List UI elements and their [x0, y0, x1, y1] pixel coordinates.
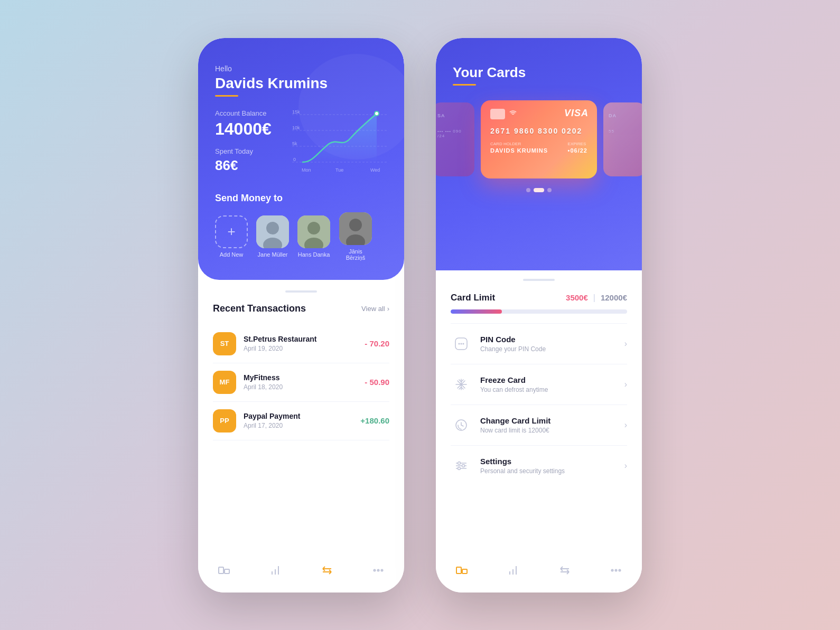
tx-icon-pp: PP: [213, 409, 236, 432]
contact-janis[interactable]: Jānis Bērziņš: [339, 212, 372, 261]
transactions-header: Recent Transactions View all ›: [213, 303, 389, 314]
nav-more-icon[interactable]: [371, 563, 386, 578]
contact-jane[interactable]: Jane Müller: [256, 215, 289, 258]
dot-1: [526, 188, 530, 192]
carousel-dots: [453, 188, 625, 192]
menu-pin-code[interactable]: PIN Code Change your PIN Code ›: [451, 324, 627, 364]
card-chip: [490, 109, 505, 119]
left-phone: Hello Davids Krumins Account Balance 140…: [198, 38, 404, 593]
svg-text:15k: 15k: [292, 109, 300, 115]
card-holder-section: CARD HOLDER DAVIDS KRUMINS: [490, 142, 548, 154]
user-name: Davids Krumins: [215, 75, 387, 92]
right-nav-transfer-icon[interactable]: [557, 563, 572, 578]
tx-date-st: April 19, 2020: [244, 345, 357, 352]
settings-subtitle: Personal and security settings: [480, 467, 616, 475]
card-footer: CARD HOLDER DAVIDS KRUMINS EXPIRES •06/2…: [490, 142, 587, 154]
jane-name: Jane Müller: [258, 251, 288, 258]
add-new-button[interactable]: +: [215, 215, 248, 248]
settings-title: Settings: [480, 457, 616, 466]
left-bottom-nav: [198, 553, 404, 593]
hans-name: Hans Danka: [298, 251, 330, 258]
pin-text: PIN Code Change your PIN Code: [480, 335, 616, 353]
menu-change-limit[interactable]: Change Card Limit Now card limit is 1200…: [451, 405, 627, 446]
right-nav-home-icon[interactable]: [454, 563, 469, 578]
svg-point-48: [612, 569, 613, 571]
svg-point-30: [463, 343, 464, 344]
svg-point-9: [375, 112, 378, 115]
freeze-text: Freeze Card You can defrost anytime: [480, 375, 616, 393]
right-nav-chart-icon[interactable]: [506, 563, 520, 578]
tx-icon-st: ST: [213, 332, 236, 355]
menu-settings[interactable]: Settings Personal and security settings …: [451, 446, 627, 486]
svg-point-25: [378, 569, 379, 571]
card-expires-section: EXPIRES •06/22: [568, 142, 587, 154]
spent-label: Spent Today: [215, 147, 284, 155]
balance-info: Account Balance 14000€ Spent Today 86€: [215, 109, 284, 174]
card-limit-title: Card Limit: [451, 293, 495, 303]
contacts-row: + Add New Jane Müller: [215, 212, 387, 261]
balance-label: Account Balance: [215, 109, 284, 117]
nav-transfer-icon[interactable]: [320, 563, 334, 578]
limit-divider: |: [593, 293, 595, 303]
settings-icon: [451, 455, 472, 476]
menu-freeze-card[interactable]: Freeze Card You can defrost anytime ›: [451, 364, 627, 405]
tx-info-pp: Paypal Payment April 17, 2020: [244, 412, 353, 429]
svg-point-44: [462, 464, 465, 467]
balance-chart: 15k 10k 5k 0: [292, 109, 387, 180]
svg-point-26: [381, 569, 383, 571]
card-holder-name: DAVIDS KRUMINS: [490, 147, 548, 154]
card-expires: •06/22: [568, 147, 587, 154]
limit-icon: [451, 415, 472, 436]
svg-point-17: [307, 222, 320, 234]
change-limit-subtitle: Now card limit is 12000€: [480, 427, 616, 434]
svg-text:10k: 10k: [292, 125, 300, 130]
svg-point-29: [461, 343, 462, 344]
main-visa-card[interactable]: VISA 2671 9860 8300 0202 CARD HOLDER DAV…: [481, 100, 597, 178]
tx-name-pp: Paypal Payment: [244, 412, 353, 420]
send-money-section: Send Money to + Add New: [215, 193, 387, 261]
svg-text:Wed: Wed: [370, 167, 380, 173]
card-number: 2671 9860 8300 0202: [490, 127, 587, 135]
view-all-link[interactable]: View all ›: [361, 305, 389, 313]
jane-avatar: [256, 215, 289, 248]
svg-point-49: [615, 569, 617, 571]
svg-point-50: [619, 569, 621, 571]
card-right-partial: DA 55: [603, 102, 642, 176]
freeze-icon: [451, 374, 472, 395]
nav-chart-icon[interactable]: [268, 563, 283, 578]
cards-carousel: SA ••• ••• 090/24 VISA: [453, 100, 625, 178]
contact-hans[interactable]: Hans Danka: [297, 215, 330, 258]
your-cards-title: Your Cards: [453, 64, 625, 81]
transactions-title: Recent Transactions: [213, 303, 306, 314]
freeze-subtitle: You can defrost anytime: [480, 386, 616, 393]
nav-home-icon[interactable]: [217, 563, 231, 578]
svg-rect-47: [462, 569, 467, 573]
name-underline: [215, 95, 238, 97]
left-top-section: Hello Davids Krumins Account Balance 140…: [198, 38, 404, 280]
dot-3: [547, 188, 552, 192]
change-limit-title: Change Card Limit: [480, 416, 616, 425]
drag-handle: [285, 290, 317, 293]
janis-name: Jānis Bērziņš: [339, 248, 372, 261]
svg-text:0: 0: [293, 157, 296, 162]
spent-amount: 86€: [215, 157, 284, 174]
right-nav-more-icon[interactable]: [609, 563, 623, 578]
right-top-section: Your Cards SA ••• ••• 090/24: [436, 38, 642, 270]
freeze-title: Freeze Card: [480, 375, 616, 384]
svg-point-45: [458, 467, 461, 469]
svg-rect-23: [225, 569, 229, 573]
balance-amount: 14000€: [215, 119, 284, 139]
cards-underline: [453, 84, 476, 86]
svg-rect-22: [219, 567, 223, 573]
greeting-label: Hello: [215, 64, 387, 73]
svg-point-20: [349, 219, 362, 231]
svg-text:Mon: Mon: [302, 167, 311, 173]
progress-bar-bg: [451, 309, 627, 314]
card-limit-section: Card Limit 3500€ | 12000€: [451, 281, 627, 324]
tx-amount-pp: +180.60: [360, 416, 389, 425]
tx-name-st: St.Petrus Restaurant: [244, 335, 357, 343]
add-new-contact[interactable]: + Add New: [215, 215, 248, 258]
tx-icon-mf: MF: [213, 371, 236, 394]
svg-rect-46: [456, 567, 461, 573]
screens-container: Hello Davids Krumins Account Balance 140…: [198, 38, 642, 593]
